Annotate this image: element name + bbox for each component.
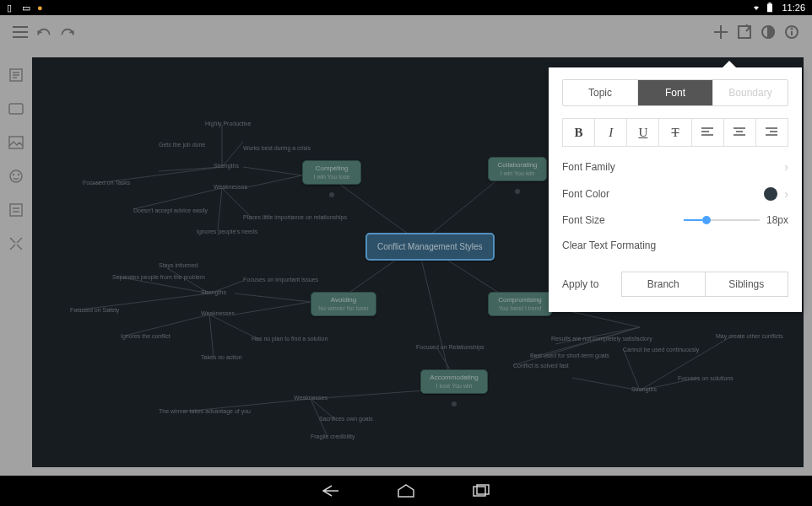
font-color-row[interactable]: Font Color › bbox=[562, 187, 788, 201]
expand-dot[interactable] bbox=[515, 189, 520, 194]
emoji-tool[interactable] bbox=[7, 167, 25, 186]
strike-button[interactable]: T bbox=[659, 119, 691, 146]
label: Results are not completely satisfactory bbox=[551, 336, 652, 342]
recent-button[interactable] bbox=[471, 480, 493, 502]
label: Highly Productive bbox=[205, 121, 251, 126]
central-node[interactable]: Conflict Management Styles bbox=[365, 233, 495, 261]
node-title: Competing bbox=[308, 164, 355, 173]
label: Focused on Relationships bbox=[416, 344, 484, 350]
node-sub: I lose You win bbox=[426, 382, 482, 390]
expand-dot[interactable] bbox=[452, 401, 457, 406]
redo-button[interactable] bbox=[56, 20, 79, 44]
svg-point-19 bbox=[14, 175, 14, 175]
font-family-row[interactable]: Font Family › bbox=[562, 160, 788, 174]
node-title: Collaborating bbox=[494, 161, 541, 170]
label-weaknesses: Weaknesses bbox=[294, 395, 328, 401]
theme-button[interactable] bbox=[756, 20, 780, 44]
font-size-slider[interactable] bbox=[684, 219, 760, 221]
android-statusbar: ▯ ▭ ● 11:26 bbox=[0, 0, 812, 15]
node-accommodating[interactable]: Accommodating I lose You win bbox=[420, 369, 488, 394]
align-center-button[interactable] bbox=[724, 119, 756, 146]
label-strengths: Strengths bbox=[214, 163, 239, 169]
box-tool[interactable] bbox=[7, 100, 25, 118]
apply-to-label: Apply to bbox=[562, 278, 621, 290]
node-avoiding[interactable]: Avoiding No winner No loser bbox=[311, 292, 376, 316]
align-right-button[interactable] bbox=[756, 119, 788, 146]
svg-line-26 bbox=[10, 245, 15, 250]
note-tool[interactable] bbox=[7, 66, 25, 84]
label: Sacrifices own goals bbox=[319, 416, 373, 422]
apply-branch-button[interactable]: Branch bbox=[622, 272, 706, 296]
svg-line-39 bbox=[218, 188, 222, 230]
label: Focuses on important issues bbox=[243, 277, 318, 283]
label: Focuses on solutions bbox=[678, 375, 734, 381]
node-sub: I win You win bbox=[494, 170, 541, 177]
underline-button[interactable]: U bbox=[627, 119, 659, 146]
collapse-tool[interactable] bbox=[7, 234, 25, 253]
label: Doesn't accept advice easily bbox=[133, 207, 208, 213]
toolbar bbox=[0, 15, 812, 49]
format-panel: Topic Font Boundary B I U T Font Family … bbox=[549, 67, 802, 312]
label: Takes no action bbox=[201, 354, 242, 360]
svg-rect-17 bbox=[9, 137, 23, 148]
add-button[interactable] bbox=[709, 20, 733, 44]
format-bar: B I U T bbox=[562, 118, 788, 147]
node-title: Compromising bbox=[494, 296, 546, 304]
central-node-label: Conflict Management Styles bbox=[377, 242, 483, 251]
label: Best used for short-term goals bbox=[530, 353, 609, 358]
label: Fragile credibility bbox=[311, 433, 355, 439]
home-button[interactable] bbox=[395, 480, 417, 502]
label: Works best during a crisis bbox=[243, 145, 311, 151]
task-tool[interactable] bbox=[7, 201, 25, 219]
image-tool[interactable] bbox=[7, 133, 25, 152]
svg-line-37 bbox=[133, 188, 222, 209]
svg-point-11 bbox=[792, 29, 793, 30]
italic-button[interactable]: I bbox=[595, 119, 627, 146]
svg-point-18 bbox=[10, 170, 22, 182]
sim-icon: ▯ bbox=[7, 3, 17, 13]
svg-line-60 bbox=[572, 378, 640, 390]
node-competing[interactable]: Competing I win You lose bbox=[302, 160, 361, 185]
apply-to-row: Apply to Branch Siblings bbox=[562, 272, 788, 297]
svg-line-48 bbox=[209, 315, 214, 357]
label: Focused on Tasks bbox=[83, 180, 130, 186]
chevron-right-icon: › bbox=[784, 187, 788, 201]
svg-line-32 bbox=[420, 256, 450, 378]
svg-line-24 bbox=[10, 238, 15, 243]
node-collaborating[interactable]: Collaborating I win You win bbox=[488, 157, 547, 181]
back-button[interactable] bbox=[319, 480, 341, 502]
svg-line-62 bbox=[623, 348, 640, 390]
svg-line-59 bbox=[513, 327, 640, 365]
menu-button[interactable] bbox=[8, 20, 32, 44]
edit-button[interactable] bbox=[733, 20, 756, 44]
app-indicator-icon: ● bbox=[37, 3, 47, 13]
svg-line-61 bbox=[640, 336, 733, 390]
info-button[interactable] bbox=[780, 20, 804, 44]
svg-line-50 bbox=[235, 302, 311, 315]
font-family-label: Font Family bbox=[562, 161, 784, 173]
label: Ignores the conflict bbox=[121, 333, 171, 339]
clear-formatting-row[interactable]: Clear Text Formating bbox=[562, 240, 788, 251]
svg-line-40 bbox=[243, 167, 302, 175]
wifi-icon bbox=[751, 3, 761, 13]
svg-point-20 bbox=[19, 175, 19, 175]
expand-dot[interactable] bbox=[329, 192, 334, 197]
align-left-button[interactable] bbox=[692, 119, 724, 146]
label: Separates people from the problem bbox=[112, 274, 205, 280]
node-compromising[interactable]: Compromising You bend I bend bbox=[488, 292, 552, 316]
undo-button[interactable] bbox=[32, 20, 56, 44]
tab-topic[interactable]: Topic bbox=[563, 80, 638, 105]
svg-line-51 bbox=[311, 390, 425, 399]
android-navbar bbox=[0, 476, 812, 506]
tab-font[interactable]: Font bbox=[638, 80, 713, 105]
battery-icon bbox=[766, 3, 777, 13]
bold-button[interactable]: B bbox=[563, 119, 595, 146]
app-window: Conflict Management Styles Competing I w… bbox=[0, 15, 812, 476]
svg-rect-1 bbox=[769, 3, 771, 4]
node-sub: You bend I bend bbox=[494, 304, 546, 312]
svg-rect-0 bbox=[767, 4, 772, 13]
apply-siblings-button[interactable]: Siblings bbox=[706, 272, 788, 296]
label: May create other conflicts bbox=[716, 333, 783, 339]
chevron-right-icon: › bbox=[784, 160, 788, 174]
tab-boundary[interactable]: Boundary bbox=[713, 80, 788, 105]
